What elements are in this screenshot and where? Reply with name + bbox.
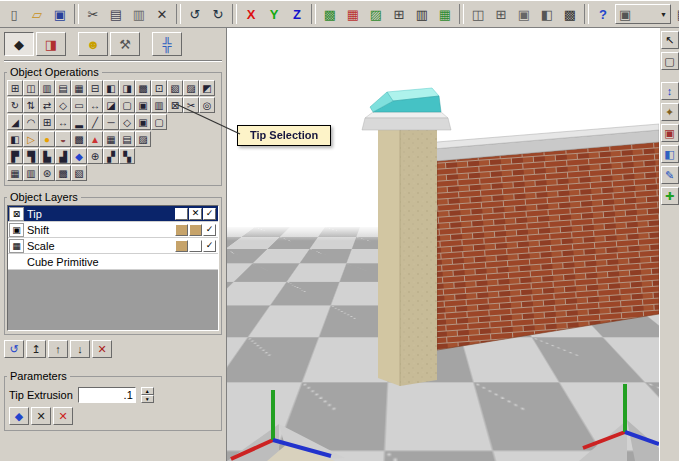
op-button[interactable]: ▚	[119, 148, 135, 164]
layer-swatch-2[interactable]: ✕	[189, 208, 202, 220]
apply-parameter-button[interactable]: ◆	[9, 407, 29, 425]
op-button[interactable]: ⇅	[23, 97, 39, 113]
camera-mode-combo[interactable]: ▣ ▼	[615, 4, 671, 24]
op-button[interactable]: ▛	[7, 148, 23, 164]
move-down-button[interactable]: ↓	[70, 340, 90, 358]
op-button[interactable]: ▥	[39, 80, 55, 96]
op-button[interactable]: ▧	[71, 165, 87, 181]
copy-button[interactable]: ▤ ▼	[105, 3, 127, 25]
redo-button[interactable]: ↻ ▼	[207, 3, 229, 25]
op-button[interactable]: ◎	[199, 97, 215, 113]
op-button[interactable]: ▧	[167, 80, 183, 96]
layer-swatch-1[interactable]	[175, 208, 188, 220]
layer-swatch-1[interactable]	[175, 240, 188, 252]
tab-textures[interactable]: ◨	[36, 32, 66, 56]
layer-scale[interactable]: ▦ Scale ✓	[8, 238, 218, 254]
axis-y-button[interactable]: Y ▼	[263, 3, 285, 25]
tab-hierarchy[interactable]: ╬	[152, 32, 182, 56]
layer-visible-checkbox[interactable]: ✓	[203, 224, 216, 236]
op-button[interactable]: ▤	[55, 80, 71, 96]
move-tool[interactable]: ↕	[661, 82, 679, 100]
spin-up-button[interactable]: ▲	[141, 387, 154, 395]
cube-tool[interactable]: ▣	[661, 124, 679, 142]
op-button[interactable]: ◢	[7, 114, 23, 130]
op-button[interactable]: ⊛	[39, 165, 55, 181]
op-button[interactable]: ●	[39, 131, 55, 147]
new-button[interactable]: ▯ ▼	[3, 3, 25, 25]
clear-parameter-button[interactable]: ✕	[31, 407, 51, 425]
paste-button[interactable]: ▥ ▼	[128, 3, 150, 25]
delete-parameter-button[interactable]: ✕	[53, 407, 73, 425]
view-lit-button[interactable]: ▨ ▼	[365, 3, 387, 25]
axis-x-button[interactable]: X ▼	[240, 3, 262, 25]
op-button[interactable]: ▭	[71, 97, 87, 113]
op-button[interactable]: ✂	[183, 97, 199, 113]
op-button[interactable]: ◧	[7, 131, 23, 147]
op-button[interactable]: ▩	[55, 165, 71, 181]
op-button[interactable]: ╱	[87, 114, 103, 130]
op-button[interactable]: ▟	[55, 148, 71, 164]
op-button[interactable]: ◠	[23, 114, 39, 130]
layer-visible-checkbox[interactable]: ✓	[203, 208, 216, 220]
group-button[interactable]: ▣ ▼	[513, 3, 535, 25]
refresh-layers-button[interactable]: ↺	[4, 340, 24, 358]
tab-operations[interactable]: ◆	[4, 32, 34, 56]
pencil-tool[interactable]: ✎	[661, 166, 679, 184]
ungroup-button[interactable]: ◧ ▼	[536, 3, 558, 25]
save-button[interactable]: ▣ ▼	[49, 3, 71, 25]
snap-grid-button[interactable]: ◫ ▼	[467, 3, 489, 25]
op-button[interactable]: ▥	[23, 165, 39, 181]
layer-swatch-1[interactable]	[175, 224, 188, 236]
op-button[interactable]: ⊞	[39, 114, 55, 130]
op-button[interactable]: ▦	[103, 131, 119, 147]
op-button[interactable]: ↔	[87, 97, 103, 113]
magic-wand-tool[interactable]: ✦	[661, 103, 679, 121]
op-button[interactable]: ▲	[87, 131, 103, 147]
op-button[interactable]: ▂	[71, 114, 87, 130]
op-button[interactable]: ◧	[103, 80, 119, 96]
op-button[interactable]: ▦	[71, 80, 87, 96]
help-button[interactable]: ? ▼	[592, 3, 614, 25]
layer-swatch-2[interactable]	[189, 240, 202, 252]
op-button[interactable]: ◪	[103, 97, 119, 113]
op-button[interactable]: ⊕	[87, 148, 103, 164]
view-grid-button[interactable]: ▦ ▼	[434, 3, 456, 25]
op-button[interactable]: ▤	[119, 131, 135, 147]
op-button[interactable]: ⊞	[7, 80, 23, 96]
op-button[interactable]: ▩	[71, 131, 87, 147]
op-button[interactable]: ▞	[103, 148, 119, 164]
view-textured-button[interactable]: ▦ ▼	[342, 3, 364, 25]
tip-extrusion-input[interactable]	[78, 387, 136, 403]
spin-down-button[interactable]: ▼	[141, 395, 154, 403]
op-button[interactable]: ▥	[151, 97, 167, 113]
op-button[interactable]: ⊡	[151, 80, 167, 96]
texture-pattern-button[interactable]: ▩ ▼	[559, 3, 581, 25]
cut-button[interactable]: ✂ ▼	[82, 3, 104, 25]
view-points-button[interactable]: ▥ ▼	[411, 3, 433, 25]
op-button[interactable]: ▣	[135, 97, 151, 113]
op-button[interactable]: ▷	[23, 131, 39, 147]
layer-tip[interactable]: ⊠ Tip ✕ ✓	[8, 206, 218, 222]
layer-visible-checkbox[interactable]: ✓	[203, 240, 216, 252]
op-button[interactable]: ▨	[183, 80, 199, 96]
undo-button[interactable]: ↺ ▼	[184, 3, 206, 25]
tip-selection-op[interactable]: ⊠	[167, 97, 183, 113]
op-button[interactable]: ▨	[135, 131, 151, 147]
paint-tool[interactable]: ◧	[661, 145, 679, 163]
op-button[interactable]: ↔	[55, 114, 71, 130]
op-button[interactable]: ◒	[55, 131, 71, 147]
marquee-tool[interactable]: ▢	[661, 52, 679, 70]
add-tool[interactable]: ✚	[661, 187, 679, 205]
view-wireframe-button[interactable]: ⊞ ▼	[388, 3, 410, 25]
move-up-button[interactable]: ↑	[48, 340, 68, 358]
move-top-button[interactable]: ↥	[26, 340, 46, 358]
tab-entities[interactable]: ☻	[78, 32, 108, 56]
op-button[interactable]: ▜	[23, 148, 39, 164]
view-solid-button[interactable]: ▩ ▼	[319, 3, 341, 25]
op-button[interactable]: ▩	[135, 80, 151, 96]
axis-z-button[interactable]: Z ▼	[286, 3, 308, 25]
layer-shift[interactable]: ▣ Shift ✓	[8, 222, 218, 238]
op-button[interactable]: ↻	[7, 97, 23, 113]
op-button[interactable]: ▦	[7, 165, 23, 181]
op-button[interactable]: ◇	[119, 114, 135, 130]
